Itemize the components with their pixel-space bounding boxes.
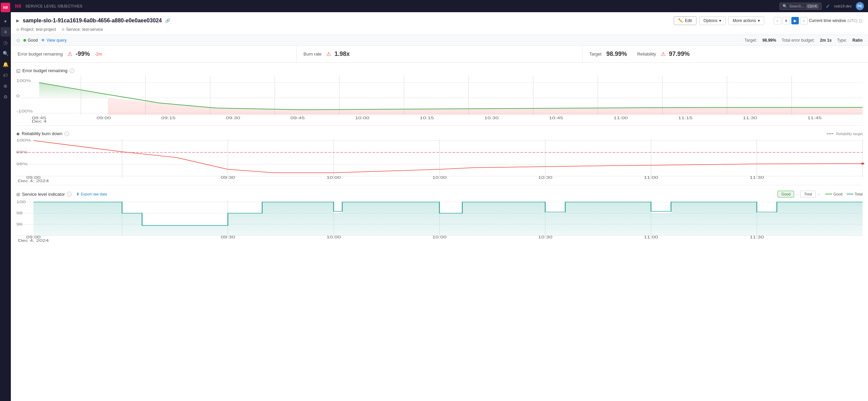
more-actions-chevron-icon: ▾: [758, 18, 760, 23]
project-meta: ⊞ Project: test-project: [16, 27, 56, 32]
svg-text:09:45: 09:45: [291, 116, 305, 120]
legend-total-label: Total: [855, 192, 863, 196]
time-window-label: Current time window: [809, 18, 846, 23]
target-label: Target:: [745, 38, 757, 43]
sli-total-count: ··: [818, 192, 820, 196]
sli-chart-header: ◎ Service level indicator i ⬇ Export raw…: [16, 191, 863, 197]
export-raw-data-link[interactable]: ⬇ Export raw data: [76, 192, 107, 196]
svg-text:10:00: 10:00: [355, 116, 370, 120]
time-nav-next[interactable]: ›: [800, 17, 808, 24]
svg-text:100%: 100%: [16, 79, 31, 83]
legend-good: Good: [825, 192, 843, 196]
time-nav-pause[interactable]: ⏸: [783, 17, 790, 24]
svg-text:Dec 4, 2024: Dec 4, 2024: [18, 238, 49, 242]
svg-text:10:00: 10:00: [432, 235, 447, 239]
edit-button[interactable]: ✏️ Edit: [674, 16, 696, 25]
status-dot-good: [23, 39, 26, 42]
target-card-value: 98.99%: [606, 50, 627, 58]
export-icon: ⬇: [76, 192, 79, 196]
svg-text:99%: 99%: [16, 150, 28, 154]
sli-info-icon[interactable]: i: [67, 192, 72, 196]
edit-icon: ✏️: [678, 18, 683, 23]
svg-text:10:00: 10:00: [327, 176, 341, 180]
search-icon: 🔍: [783, 4, 787, 8]
error-budget-value: -99%: [76, 50, 90, 58]
time-nav-prev[interactable]: ‹: [774, 17, 781, 24]
page-content: ▶ sample-slo-1-91ca1619-6a0b-4656-a880-e…: [11, 12, 868, 401]
slo-header: ▶ sample-slo-1-91ca1619-6a0b-4656-a880-e…: [11, 12, 868, 35]
svg-text:98: 98: [16, 211, 23, 215]
error-budget-info-icon[interactable]: i: [70, 68, 74, 73]
reliability-chart-title: ◈ Reliability burn down i: [16, 131, 69, 136]
sli-icon: ◎: [16, 192, 20, 197]
status-right: Target: 98.99% Total error budget: 2m 1s…: [745, 38, 863, 43]
time-nav-play[interactable]: ▶: [791, 17, 799, 24]
view-query-link[interactable]: 👁 View query: [41, 38, 66, 43]
options-button[interactable]: Options ▾: [699, 16, 726, 25]
sidebar-icon-alert[interactable]: 🔔: [1, 60, 10, 69]
sidebar-icon-clock[interactable]: ◷: [1, 38, 10, 47]
target-card-label: Target: [589, 51, 601, 57]
svg-text:10:30: 10:30: [484, 116, 499, 120]
sli-legend: Good Total: [825, 192, 863, 196]
error-budget-label: Total error budget:: [782, 38, 814, 43]
svg-text:-100%: -100%: [16, 109, 33, 113]
svg-text:11:00: 11:00: [614, 116, 628, 120]
status-badge: Good: [23, 38, 38, 43]
type-value: Ratio: [852, 38, 863, 43]
svg-text:11:00: 11:00: [644, 235, 658, 239]
sidebar-icon-dots[interactable]: ●: [1, 16, 10, 26]
sli-chart-wrap: 100 98 96 09:00 Dec 4, 2024 09:30 10:00 …: [16, 200, 863, 237]
reliability-info-icon[interactable]: i: [64, 131, 69, 136]
reliability-icon: ◈: [16, 131, 20, 136]
sidebar-icon-list[interactable]: ≡: [1, 27, 10, 37]
sidebar-icon-search[interactable]: 🔍: [1, 49, 10, 58]
sli-good-count: ··: [796, 192, 798, 196]
legend-total: Total: [847, 192, 863, 196]
sidebar: N9 ● ≡ ◷ 🔍 🔔 🏷 ⊕ ⚙: [0, 0, 11, 401]
svg-text:10:00: 10:00: [327, 235, 341, 239]
user-avatar[interactable]: PK: [856, 2, 864, 10]
reliability-chart-legend: Reliability target: [827, 132, 863, 136]
reliability-label: Reliability: [637, 51, 656, 57]
svg-text:09:30: 09:30: [221, 235, 235, 239]
svg-text:11:30: 11:30: [750, 176, 764, 180]
legend-good-label: Good: [833, 192, 843, 196]
sli-total-filter[interactable]: Total: [800, 191, 815, 197]
link-icon[interactable]: 🔗: [165, 18, 170, 23]
svg-text:98%: 98%: [16, 162, 28, 166]
expand-icon[interactable]: ▶: [16, 18, 19, 23]
sidebar-icon-badge[interactable]: 🏷: [1, 70, 10, 80]
service-meta: ⚙ Service: test-service: [61, 27, 103, 32]
error-budget-sub: -2m: [95, 51, 102, 57]
status-bar: ◎ Good 👁 View query Target: 98.99% Total…: [11, 35, 868, 46]
service-value: test-service: [82, 27, 103, 32]
reliability-chart-wrap: 100% 99% 98% 09:00 Dec 4, 2024 09:30: [16, 139, 863, 180]
reliability-chart-header: ◈ Reliability burn down i Reliability ta…: [16, 131, 863, 136]
sli-chart-container: ◎ Service level indicator i ⬇ Export raw…: [16, 191, 863, 237]
svg-text:Dec 4: Dec 4: [32, 120, 46, 124]
error-budget-chart-container: ◱ Error budget remaining i: [16, 68, 863, 120]
legend-good-line: [825, 194, 832, 194]
sli-filter-buttons: Good ·· Total ··: [777, 191, 820, 197]
more-actions-button[interactable]: More actions ▾: [728, 16, 764, 25]
sidebar-icon-settings[interactable]: ⚙: [1, 92, 10, 102]
copy-icon[interactable]: ⊡: [859, 18, 863, 23]
slo-title-row: ▶ sample-slo-1-91ca1619-6a0b-4656-a880-e…: [16, 16, 863, 25]
sidebar-icon-plus[interactable]: ⊕: [1, 81, 10, 91]
search-box[interactable]: 🔍 Search... Ctrl+K: [780, 3, 822, 10]
sli-good-filter[interactable]: Good: [777, 191, 794, 197]
chevron-down-icon: ▾: [719, 18, 721, 23]
burn-rate-card: Burn rate ⚠ 1.98x: [297, 46, 583, 62]
app-logo: N9: [1, 3, 10, 12]
target-card: Target 98.99% Reliability ⚠ 97.99%: [583, 46, 868, 62]
burn-rate-value: 1.98x: [334, 50, 350, 58]
reliability-value: 97.99%: [669, 50, 690, 58]
svg-text:11:30: 11:30: [743, 116, 757, 120]
charts-section: ◱ Error budget remaining i: [11, 68, 868, 237]
svg-text:Dec 4, 2024: Dec 4, 2024: [18, 179, 49, 183]
reliability-chart: 100% 99% 98% 09:00 Dec 4, 2024 09:30: [16, 139, 863, 180]
reliability-chart-container: ◈ Reliability burn down i Reliability ta…: [16, 131, 863, 180]
svg-text:09:30: 09:30: [226, 116, 240, 120]
svg-text:11:45: 11:45: [807, 116, 822, 120]
